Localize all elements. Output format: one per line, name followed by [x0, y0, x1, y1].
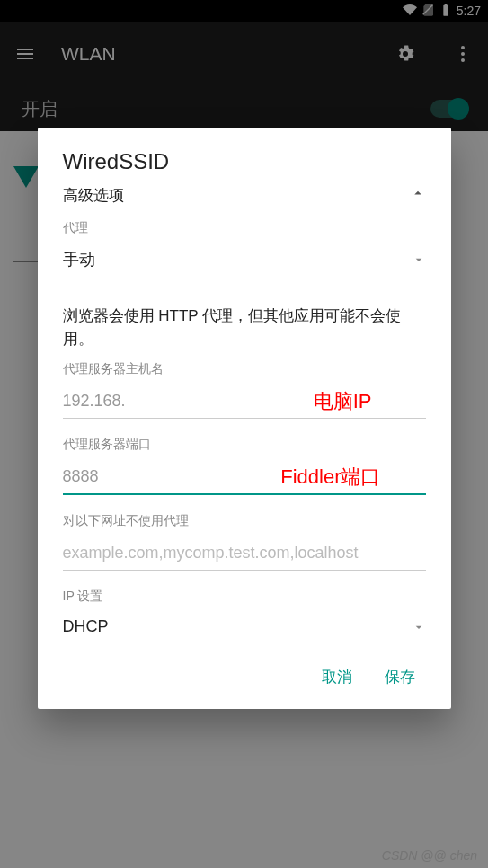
network-dialog: WiredSSID 高级选项 代理 手动 浏览器会使用 HTTP 代理，但其他应… [38, 128, 451, 709]
port-label: 代理服务器端口 [63, 437, 426, 453]
advanced-label: 高级选项 [63, 185, 124, 206]
port-field-wrap: Fiddler端口 [63, 460, 426, 495]
ip-settings-select[interactable]: DHCP [63, 612, 426, 645]
cancel-button[interactable]: 取消 [322, 667, 352, 687]
proxy-label: 代理 [63, 220, 426, 236]
bypass-input[interactable] [63, 536, 426, 571]
hostname-label: 代理服务器主机名 [63, 361, 426, 377]
dropdown-icon [412, 620, 426, 634]
hostname-field-wrap: 电脑IP [63, 385, 426, 419]
chevron-up-icon [410, 185, 426, 206]
redaction-box [183, 385, 237, 412]
hostname-input[interactable] [63, 385, 426, 419]
advanced-options-row[interactable]: 高级选项 [63, 185, 426, 206]
modal-backdrop[interactable]: WiredSSID 高级选项 代理 手动 浏览器会使用 HTTP 代理，但其他应… [0, 0, 488, 868]
bypass-field-wrap [63, 536, 426, 571]
dropdown-icon [412, 252, 426, 267]
watermark: CSDN @@ chen [382, 848, 477, 863]
bypass-label: 对以下网址不使用代理 [63, 513, 426, 529]
ip-settings-label: IP 设置 [63, 589, 426, 605]
proxy-value: 手动 [63, 249, 95, 270]
save-button[interactable]: 保存 [385, 667, 415, 687]
proxy-select[interactable]: 手动 [63, 244, 426, 279]
port-input[interactable] [63, 460, 426, 495]
proxy-info-text: 浏览器会使用 HTTP 代理，但其他应用可能不会使用。 [63, 305, 426, 350]
ip-settings-value: DHCP [63, 617, 109, 636]
dialog-title: WiredSSID [63, 149, 426, 174]
dialog-actions: 取消 保存 [63, 645, 426, 695]
